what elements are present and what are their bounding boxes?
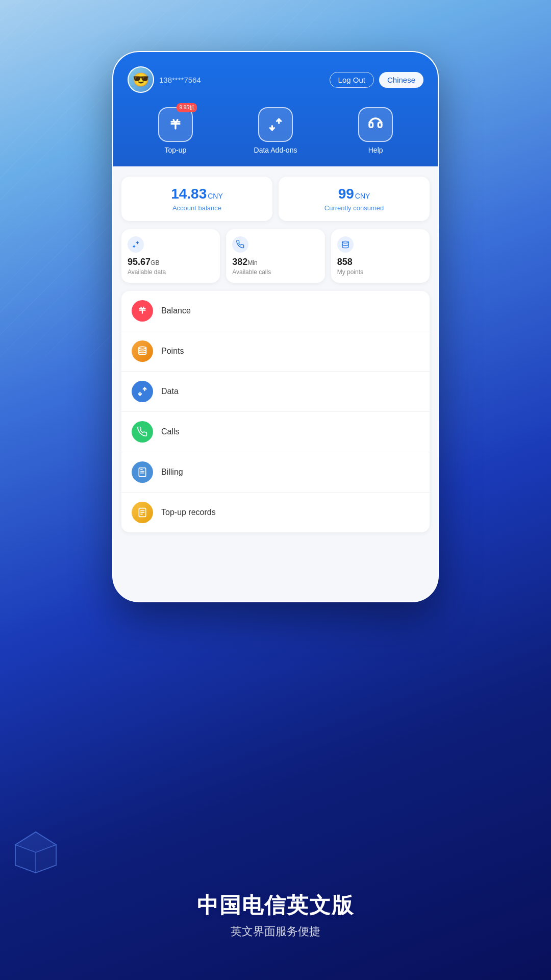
data-addons-action[interactable]: Data Add-ons xyxy=(254,107,297,154)
topup-records-menu-item[interactable]: Top-up records xyxy=(121,493,430,532)
calls-menu-item[interactable]: Calls xyxy=(121,412,430,452)
available-calls-label: Available calls xyxy=(232,268,318,276)
user-info: 😎 138****7564 xyxy=(128,66,201,93)
phone-mockup: 😎 138****7564 Log Out Chinese xyxy=(112,51,439,602)
available-data-value: 95.67GB xyxy=(128,257,214,267)
avatar: 😎 xyxy=(128,66,154,93)
billing-menu-label: Billing xyxy=(161,468,183,477)
topup-records-menu-icon xyxy=(132,502,153,523)
topup-icon-wrap: 9.95折 xyxy=(158,107,193,142)
available-data-icon xyxy=(128,236,144,253)
data-stat-icon xyxy=(132,240,140,249)
calls-icon xyxy=(137,427,147,437)
billing-menu-icon xyxy=(132,461,153,483)
topup-records-icon xyxy=(137,507,147,518)
header-buttons: Log Out Chinese xyxy=(330,72,423,88)
app-header: 😎 138****7564 Log Out Chinese xyxy=(113,52,438,166)
username-label: 138****7564 xyxy=(159,76,201,84)
headset-icon xyxy=(367,116,384,133)
points-menu-label: Points xyxy=(161,347,184,356)
billing-menu-item[interactable]: Billing xyxy=(121,452,430,493)
balance-menu-label: Balance xyxy=(161,306,191,315)
data-addons-label: Data Add-ons xyxy=(254,146,297,154)
my-points-label: My points xyxy=(337,268,423,276)
points-icon xyxy=(137,346,148,357)
consumed-balance-label: Currently consumed xyxy=(287,204,421,212)
calls-menu-label: Calls xyxy=(161,427,180,436)
available-calls-value: 382Min xyxy=(232,257,318,267)
balance-cards-row: 14.83CNY Account balance 99CNY Currently… xyxy=(121,177,430,221)
balance-menu-icon xyxy=(132,300,153,322)
phone-stat-icon xyxy=(236,240,244,249)
data-menu-icon xyxy=(132,381,153,402)
points-menu-item[interactable]: Points xyxy=(121,331,430,372)
points-menu-icon xyxy=(132,340,153,362)
my-points-value: 858 xyxy=(337,257,423,267)
bottom-title: 中国电信英文版 xyxy=(197,891,354,920)
points-stat-icon xyxy=(341,240,349,249)
balance-icon xyxy=(137,305,148,316)
available-data-card: 95.67GB Available data xyxy=(121,229,220,283)
help-action[interactable]: Help xyxy=(358,107,393,154)
available-data-label: Available data xyxy=(128,268,214,276)
data-icon xyxy=(137,386,148,397)
available-calls-card: 382Min Available calls xyxy=(226,229,324,283)
data-addons-icon-wrap xyxy=(258,107,293,142)
bottom-subtitle: 英文界面服务便捷 xyxy=(197,924,354,939)
my-points-card: 858 My points xyxy=(331,229,430,283)
data-transfer-icon xyxy=(267,116,284,133)
svg-point-7 xyxy=(139,347,146,349)
yuan-icon xyxy=(167,116,184,133)
consumed-balance-amount: 99CNY xyxy=(287,186,421,202)
stats-row: 95.67GB Available data 382Min Available … xyxy=(121,229,430,283)
phone-screen: 😎 138****7564 Log Out Chinese xyxy=(112,51,439,602)
billing-icon xyxy=(137,467,147,477)
calls-menu-icon xyxy=(132,421,153,443)
topup-badge: 9.95折 xyxy=(177,103,196,112)
bottom-text-block: 中国电信英文版 英文界面服务便捷 xyxy=(197,891,354,939)
help-icon xyxy=(358,107,393,142)
language-button[interactable]: Chinese xyxy=(379,72,423,88)
quick-actions-bar: 9.95折 Top-up xyxy=(128,107,423,154)
phone-body: 14.83CNY Account balance 99CNY Currently… xyxy=(113,166,438,602)
account-balance-label: Account balance xyxy=(130,204,264,212)
svg-point-3 xyxy=(342,241,348,243)
menu-list: Balance Points xyxy=(121,291,430,532)
help-label: Help xyxy=(368,146,383,154)
data-addons-icon xyxy=(258,107,293,142)
consumed-balance-card: 99CNY Currently consumed xyxy=(279,177,430,221)
topup-label: Top-up xyxy=(164,146,186,154)
account-balance-card: 14.83CNY Account balance xyxy=(121,177,272,221)
available-calls-icon xyxy=(232,236,248,253)
data-menu-item[interactable]: Data xyxy=(121,372,430,412)
topup-action[interactable]: 9.95折 Top-up xyxy=(158,107,193,154)
balance-menu-item[interactable]: Balance xyxy=(121,291,430,331)
help-icon-wrap xyxy=(358,107,393,142)
topup-records-menu-label: Top-up records xyxy=(161,508,216,517)
logout-button[interactable]: Log Out xyxy=(330,72,374,88)
account-balance-amount: 14.83CNY xyxy=(130,186,264,202)
header-top-bar: 😎 138****7564 Log Out Chinese xyxy=(128,66,423,93)
data-menu-label: Data xyxy=(161,387,179,396)
cube-decoration xyxy=(10,827,61,878)
avatar-face: 😎 xyxy=(129,67,153,92)
my-points-icon xyxy=(337,236,354,253)
topup-icon xyxy=(158,107,193,142)
